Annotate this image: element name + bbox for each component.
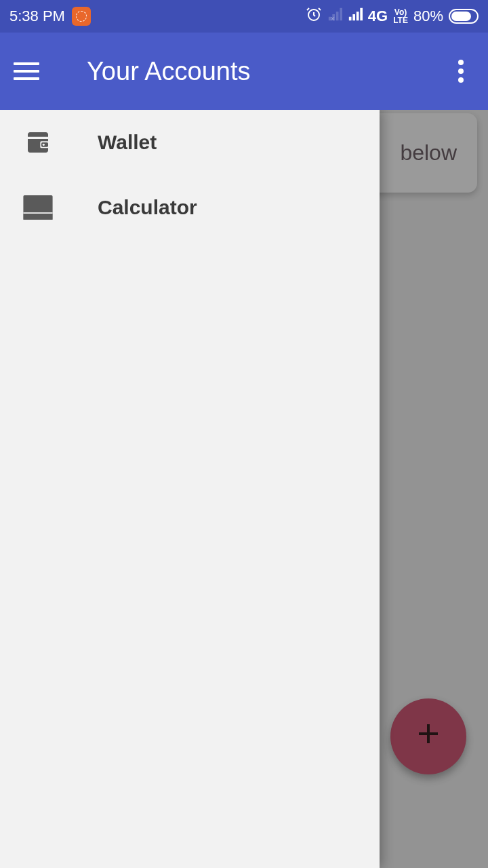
battery-percent: 80% <box>413 7 443 25</box>
app-bar: Your Accounts <box>0 33 488 110</box>
alarm-icon <box>306 6 322 26</box>
status-time: 5:38 PM <box>9 7 65 25</box>
more-options-button[interactable] <box>447 58 474 85</box>
wallet-icon <box>23 127 53 157</box>
network-type: 4G <box>368 7 388 25</box>
drawer-item-label: Wallet <box>98 131 157 154</box>
page-title: Your Accounts <box>87 57 251 86</box>
notification-app-icon <box>72 7 91 26</box>
status-bar: 5:38 PM ✕ 4G Vo) LTE <box>0 0 488 33</box>
svg-point-4 <box>43 144 45 146</box>
volte-indicator: Vo) LTE <box>393 8 408 24</box>
battery-icon <box>449 9 479 24</box>
signal-weak-icon: ✕ <box>327 7 342 26</box>
status-left: 5:38 PM <box>9 7 91 26</box>
signal-icon <box>348 7 363 26</box>
status-right: ✕ 4G Vo) LTE 80% <box>306 6 479 26</box>
calculator-icon <box>23 193 53 222</box>
svg-rect-7 <box>23 214 52 220</box>
drawer-item-calculator[interactable]: Calculator <box>0 175 380 240</box>
svg-text:✕: ✕ <box>329 16 335 22</box>
menu-button[interactable] <box>14 58 41 85</box>
drawer-item-wallet[interactable]: Wallet <box>0 110 380 175</box>
drawer-item-label: Calculator <box>98 196 197 219</box>
navigation-drawer: Wallet Calculator <box>0 110 380 868</box>
